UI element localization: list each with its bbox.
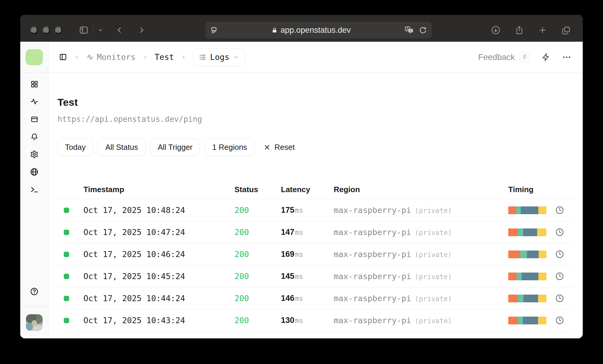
table-row[interactable]: Oct 17, 2025 10:43:24 200 130ms max-rasp… — [57, 309, 574, 332]
log-table-header: Timestamp Status Latency Region Timing — [57, 180, 574, 199]
breadcrumb-monitor-name[interactable]: Test — [155, 52, 174, 62]
row-region-note: (private) — [415, 295, 452, 303]
tab-overview-button[interactable] — [561, 25, 571, 35]
app-header: Monitors Test — [49, 42, 583, 73]
translate-button[interactable]: A 文 — [405, 26, 414, 34]
row-status-code: 200 — [234, 272, 281, 281]
chevron-left-icon — [115, 26, 124, 34]
page-format-icon[interactable] — [210, 26, 218, 34]
timing-details-clock-button[interactable] — [555, 228, 564, 237]
log-rows: Oct 17, 2025 10:48:24 200 175ms max-rasp… — [57, 199, 574, 332]
column-header-region: Region — [334, 185, 508, 194]
timing-details-clock-button[interactable] — [555, 250, 564, 259]
bell-icon — [30, 133, 38, 141]
sidebar-item-monitors[interactable] — [30, 97, 38, 106]
column-header-status: Status — [234, 185, 281, 194]
workspace-logo[interactable] — [26, 49, 43, 65]
table-row[interactable]: Oct 17, 2025 10:45:24 200 145ms max-rasp… — [57, 265, 574, 287]
downloads-button[interactable] — [491, 25, 501, 35]
timing-bar[interactable] — [508, 251, 546, 258]
timing-bar[interactable] — [508, 228, 546, 236]
new-tab-button[interactable] — [538, 26, 547, 35]
timing-details-clock-button[interactable] — [555, 206, 564, 214]
share-button[interactable] — [515, 25, 524, 35]
help-circle-icon — [30, 287, 38, 296]
timing-segment — [518, 295, 523, 302]
row-latency-unit: ms — [295, 206, 303, 214]
timing-segment — [538, 317, 546, 324]
feedback-label: Feedback — [478, 52, 515, 62]
window-controls — [30, 27, 62, 34]
timing-segment — [517, 317, 523, 324]
timing-segment — [523, 295, 538, 302]
table-row[interactable]: Oct 17, 2025 10:48:24 200 175ms max-rasp… — [57, 199, 574, 221]
chevron-down-icon — [97, 27, 103, 33]
table-row[interactable]: Oct 17, 2025 10:44:24 200 146ms max-rasp… — [57, 287, 574, 309]
sidebar-item-cli[interactable] — [30, 185, 38, 194]
breadcrumb-monitors[interactable]: Monitors — [86, 52, 136, 62]
more-options-button[interactable] — [562, 52, 571, 62]
browser-window: app.openstatus.dev A 文 — [20, 15, 583, 338]
lock-icon — [271, 27, 278, 33]
status-filter-button[interactable]: All Status — [98, 139, 145, 156]
table-row[interactable]: Oct 17, 2025 10:47:24 200 147ms max-rasp… — [57, 221, 574, 243]
timing-details-clock-button[interactable] — [555, 316, 564, 325]
header-actions: Feedback F — [478, 52, 571, 63]
breadcrumb-chevron-icon — [181, 54, 187, 60]
column-header-latency: Latency — [281, 185, 334, 194]
minimize-window-button[interactable] — [43, 27, 50, 34]
timing-bar[interactable] — [508, 295, 546, 302]
column-header-timing: Timing — [508, 185, 555, 194]
row-latency-value: 146 — [281, 294, 294, 303]
quick-actions-button[interactable] — [542, 53, 551, 62]
status-ok-dot — [64, 318, 69, 323]
row-timestamp: Oct 17, 2025 10:45:24 — [83, 272, 234, 281]
table-row[interactable]: Oct 17, 2025 10:46:24 200 169ms max-rasp… — [57, 243, 574, 265]
timing-segment — [520, 251, 527, 258]
row-latency-value: 169 — [281, 250, 294, 259]
regions-filter-button[interactable]: 1 Regions — [205, 139, 254, 156]
row-region-note: (private) — [415, 317, 452, 325]
sidebar-nav — [30, 73, 38, 194]
timing-bar[interactable] — [508, 317, 546, 324]
lightning-bolt-icon — [542, 53, 551, 62]
sidebar-item-dashboard[interactable] — [30, 80, 38, 88]
timing-segment — [527, 251, 539, 258]
close-window-button[interactable] — [30, 27, 38, 34]
breadcrumb-chevron-icon — [74, 54, 80, 60]
timing-bar[interactable] — [508, 273, 546, 280]
sidebar-item-notifications[interactable] — [30, 133, 38, 141]
browser-sidebar-toggle-button[interactable] — [79, 25, 89, 35]
sidebar-menu-chevron-button[interactable] — [97, 27, 103, 33]
timing-segment — [508, 251, 520, 258]
row-status-code: 200 — [234, 250, 281, 259]
row-region: max-raspberry-pi — [334, 294, 411, 303]
reset-filters-button[interactable]: Reset — [263, 143, 295, 152]
app-sidebar-rail — [20, 42, 49, 338]
main-panel: Monitors Test — [49, 42, 583, 338]
timing-details-clock-button[interactable] — [555, 294, 564, 303]
user-avatar[interactable] — [26, 314, 43, 331]
sidebar-item-settings[interactable] — [30, 150, 38, 158]
sidebar-item-status-pages[interactable] — [30, 115, 38, 123]
app-sidebar-toggle-button[interactable] — [59, 53, 67, 61]
page-title: Test — [57, 97, 574, 108]
browser-forward-button[interactable] — [137, 26, 146, 34]
clock-icon — [555, 316, 564, 325]
reload-button[interactable] — [419, 26, 427, 34]
feedback-button[interactable]: Feedback F — [478, 52, 530, 63]
timing-segment — [522, 273, 538, 280]
address-bar[interactable]: app.openstatus.dev A 文 — [205, 22, 432, 38]
timing-segment — [538, 295, 546, 302]
date-filter-button[interactable]: Today — [57, 139, 93, 156]
trigger-filter-button[interactable]: All Trigger — [150, 139, 200, 156]
terminal-icon — [30, 185, 38, 194]
timing-details-clock-button[interactable] — [555, 272, 564, 281]
logs-view-dropdown[interactable]: Logs — [193, 48, 245, 66]
browser-back-button[interactable] — [115, 26, 124, 34]
help-button[interactable] — [30, 287, 38, 295]
timing-bar[interactable] — [508, 206, 546, 214]
zoom-window-button[interactable] — [55, 27, 62, 34]
sidebar-panel-icon — [79, 25, 89, 35]
sidebar-item-regions[interactable] — [30, 168, 38, 176]
